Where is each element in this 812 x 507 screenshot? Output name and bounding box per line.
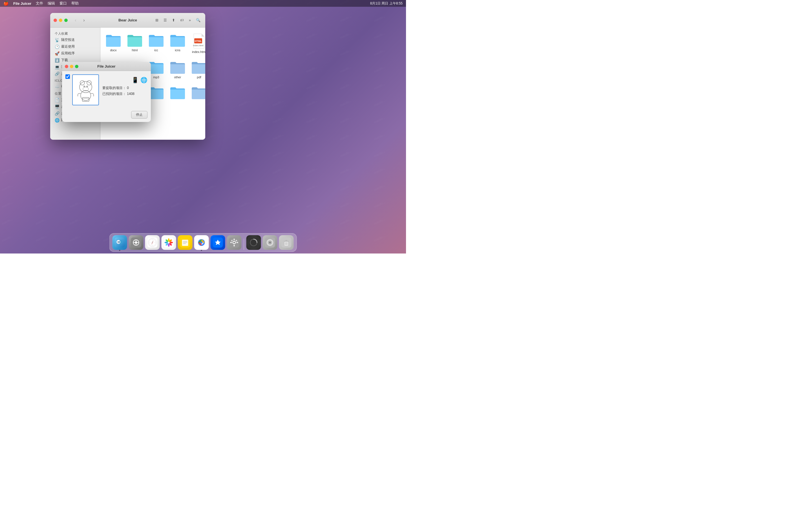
dock-photos[interactable] bbox=[161, 235, 176, 250]
network-icon: 🌐 bbox=[55, 118, 59, 122]
apps-label: 应用程序 bbox=[61, 51, 75, 56]
items-to-extract-label: 要提取的项目： bbox=[102, 86, 126, 90]
file-index-label: index.html bbox=[192, 50, 205, 54]
svg-text:HTML: HTML bbox=[195, 40, 202, 43]
dock-chrome[interactable] bbox=[194, 235, 209, 250]
share2-icon: 🔗 bbox=[55, 111, 59, 116]
dock-finder[interactable] bbox=[112, 235, 127, 250]
dock bbox=[109, 233, 297, 252]
svg-point-59 bbox=[269, 242, 271, 243]
share-button[interactable]: ⬆ bbox=[170, 17, 176, 23]
folder-icns[interactable]: icns bbox=[168, 31, 187, 56]
app-icon: 📱 bbox=[132, 76, 139, 83]
extract-checkbox[interactable] bbox=[65, 74, 70, 79]
svg-rect-49 bbox=[231, 242, 232, 243]
sidebar-item-airdrop[interactable]: 📡 隔空投送 bbox=[51, 37, 99, 43]
minimize-button[interactable] bbox=[59, 18, 62, 22]
window-controls bbox=[54, 18, 68, 22]
svg-rect-63 bbox=[286, 240, 287, 241]
apps-icon: 🚀 bbox=[55, 51, 59, 56]
menubar: 🍎 File Juicer 文件 编辑 窗口 帮助 8月1日 周日 上午8:55 bbox=[0, 0, 406, 7]
folder-pdf[interactable]: pdf bbox=[190, 58, 205, 81]
back-button[interactable]: ‹ bbox=[72, 17, 79, 24]
search-button[interactable]: 🔍 bbox=[195, 17, 202, 23]
folder-other[interactable]: other bbox=[168, 58, 187, 81]
svg-point-42 bbox=[200, 241, 203, 244]
svg-text:index.html: index.html bbox=[193, 44, 204, 47]
folder-html[interactable]: html bbox=[125, 31, 144, 56]
svg-rect-47 bbox=[234, 238, 235, 240]
close-button[interactable] bbox=[54, 18, 57, 22]
menu-edit[interactable]: 编辑 bbox=[48, 1, 55, 6]
svg-rect-50 bbox=[237, 242, 238, 243]
svg-point-7 bbox=[87, 80, 91, 85]
finder-nav: ‹ › bbox=[72, 17, 87, 24]
dialog-body: 📱 🌐 要提取的项目： 0 已找到的项目： 1408 bbox=[62, 71, 151, 109]
folder-docx[interactable]: docx bbox=[104, 31, 123, 56]
tag-button[interactable]: 🏷 bbox=[179, 17, 185, 23]
web-icon: 🌐 bbox=[140, 76, 147, 83]
dialog-close-button[interactable] bbox=[65, 65, 68, 68]
file-index-html[interactable]: HTML index.html index.html bbox=[190, 31, 205, 56]
finder-dot bbox=[119, 250, 120, 251]
desktop-icon: 🖥️ bbox=[55, 105, 59, 109]
more-button[interactable]: » bbox=[188, 17, 192, 23]
items-to-extract-value: 0 bbox=[127, 86, 129, 90]
dialog-icons: 📱 🌐 bbox=[102, 76, 147, 83]
folder-icc-label: icc bbox=[154, 48, 158, 52]
folder-other-label: other bbox=[174, 75, 181, 79]
menu-file[interactable]: 文件 bbox=[36, 1, 43, 6]
folder-row3-5[interactable] bbox=[190, 83, 205, 103]
forward-button[interactable]: › bbox=[81, 17, 87, 24]
items-found: 已找到的项目： 1408 bbox=[102, 92, 147, 96]
dock-spinner[interactable] bbox=[246, 235, 261, 250]
docs-icon: 📄 bbox=[55, 98, 59, 102]
dock-safari[interactable] bbox=[145, 235, 160, 250]
dock-launchpad[interactable] bbox=[129, 235, 144, 250]
dock-separator bbox=[244, 238, 244, 250]
svg-point-18 bbox=[119, 241, 119, 242]
dock-diskutil[interactable] bbox=[263, 235, 277, 250]
folder-icc[interactable]: icc bbox=[147, 31, 166, 56]
menu-window[interactable]: 窗口 bbox=[59, 1, 67, 6]
svg-rect-12 bbox=[82, 98, 89, 101]
apple-menu[interactable]: 🍎 bbox=[3, 1, 9, 6]
dialog-info: 📱 🌐 要提取的项目： 0 已找到的项目： 1408 bbox=[102, 74, 147, 105]
app-name[interactable]: File Juicer bbox=[13, 1, 31, 6]
airdrop-label: 隔空投送 bbox=[61, 38, 75, 42]
dock-appstore[interactable] bbox=[211, 235, 225, 250]
recent-label: 最近使用 bbox=[61, 44, 75, 49]
dialog-minimize-button[interactable] bbox=[70, 65, 73, 68]
dock-notes[interactable] bbox=[178, 235, 193, 250]
svg-rect-38 bbox=[182, 240, 188, 246]
icloud-icon: ☁️ bbox=[55, 84, 59, 89]
svg-point-21 bbox=[135, 241, 137, 244]
menubar-time: 8月1日 周日 上午8:55 bbox=[370, 1, 403, 6]
folder-row3-4[interactable] bbox=[168, 83, 187, 103]
sidebar-item-apps[interactable]: 🚀 应用程序 bbox=[51, 50, 99, 57]
sidebar-item-recent[interactable]: 🕐 最近使用 bbox=[51, 43, 99, 50]
items-found-label: 已找到的项目： bbox=[102, 92, 126, 96]
dock-trash[interactable] bbox=[279, 235, 294, 250]
airdrop-icon: 📡 bbox=[55, 38, 59, 42]
maximize-button[interactable] bbox=[64, 18, 68, 22]
folder-docx-label: docx bbox=[110, 48, 116, 52]
dock-settings[interactable] bbox=[227, 235, 242, 250]
downloads-icon: ⬇️ bbox=[55, 58, 59, 62]
dialog-controls bbox=[65, 65, 79, 68]
folder-icns-label: icns bbox=[175, 48, 181, 52]
svg-point-9 bbox=[84, 86, 85, 87]
dialog-maximize-button[interactable] bbox=[75, 65, 79, 68]
folder-mp3-label: mp3 bbox=[153, 75, 159, 79]
dialog-title: File Juicer bbox=[97, 64, 115, 68]
bear-preview bbox=[74, 77, 97, 103]
items-found-value: 1408 bbox=[127, 92, 135, 96]
menu-help[interactable]: 帮助 bbox=[71, 1, 79, 6]
finder-toolbar-right: ⊞ ☰ ⬆ 🏷 » 🔍 bbox=[154, 17, 202, 23]
stop-button[interactable]: 停止 bbox=[131, 111, 147, 119]
view-icon-button[interactable]: ⊞ bbox=[154, 17, 160, 23]
view-list-button[interactable]: ☰ bbox=[162, 17, 168, 23]
favorites-section: 个人收藏 bbox=[50, 30, 100, 36]
dialog-preview bbox=[72, 74, 99, 105]
finder-titlebar: ‹ › Bear Juice ⊞ ☰ ⬆ 🏷 » 🔍 bbox=[50, 13, 205, 27]
